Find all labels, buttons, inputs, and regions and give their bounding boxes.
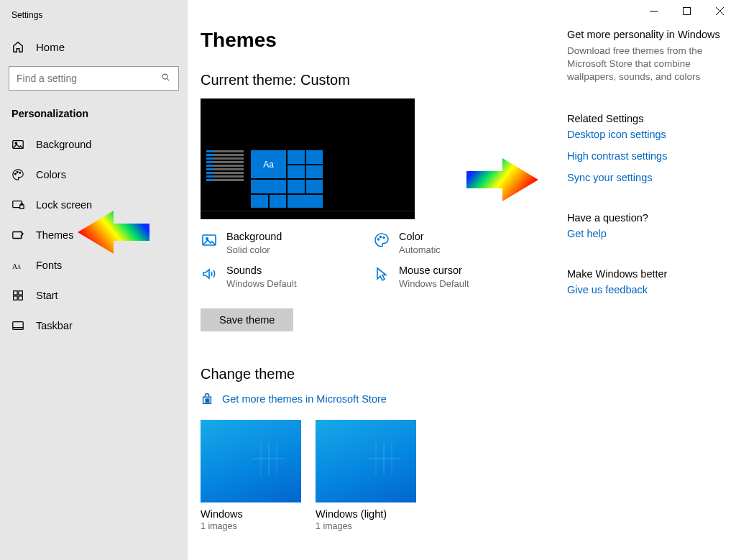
rail-related-head: Related Settings (567, 113, 730, 124)
svg-rect-15 (13, 322, 23, 330)
theme-prop-color[interactable]: Color Automatic (373, 231, 546, 256)
link-sync-your-settings[interactable]: Sync your settings (567, 172, 730, 183)
svg-rect-11 (14, 291, 17, 295)
sidebar-item-lock-screen[interactable]: Lock screen (0, 190, 188, 220)
svg-rect-14 (19, 296, 22, 300)
svg-point-4 (17, 172, 18, 173)
rail-question-head: Have a question? (567, 212, 730, 224)
prop-subtitle: Solid color (226, 244, 282, 256)
svg-point-2 (15, 142, 17, 144)
svg-point-22 (383, 237, 385, 239)
svg-point-20 (378, 239, 380, 240)
home-nav[interactable]: Home (0, 20, 188, 66)
palette-icon (373, 231, 390, 248)
theme-card-title: Windows (light) (316, 508, 416, 520)
page-title: Themes (201, 29, 546, 52)
sidebar-item-start[interactable]: Start (0, 280, 188, 311)
svg-rect-7 (20, 205, 24, 208)
sidebar-item-label: Taskbar (36, 320, 73, 331)
prop-title: Background (226, 231, 282, 243)
lock-screen-icon (12, 198, 24, 211)
prop-subtitle: Windows Default (226, 278, 297, 290)
svg-text:A: A (17, 265, 22, 270)
sidebar-item-fonts[interactable]: AA Fonts (0, 250, 188, 280)
rail-personality-head: Get more personality in Windows (567, 29, 730, 40)
sidebar-item-label: Start (36, 290, 58, 301)
svg-point-0 (162, 74, 167, 79)
search-container[interactable] (9, 66, 179, 91)
theme-card-subtitle: 1 images (201, 521, 301, 531)
theme-card-subtitle: 1 images (316, 521, 416, 531)
current-theme-label: Current theme: Custom (201, 72, 546, 88)
theme-prop-sounds[interactable]: Sounds Windows Default (201, 265, 373, 290)
home-icon (12, 40, 24, 53)
sidebar-item-label: Fonts (36, 260, 62, 271)
preview-sample-text: Aa (251, 150, 286, 178)
change-theme-heading: Change theme (201, 366, 546, 382)
theme-prop-mouse[interactable]: Mouse cursor Windows Default (373, 265, 546, 290)
link-give-feedback[interactable]: Give us feedback (567, 284, 730, 295)
svg-rect-8 (13, 232, 22, 239)
sidebar-item-label: Background (36, 139, 91, 150)
store-icon (201, 393, 213, 405)
svg-rect-24 (208, 399, 209, 400)
sound-icon (201, 265, 218, 282)
close-button[interactable] (703, 0, 736, 22)
start-icon (12, 289, 24, 302)
prop-title: Mouse cursor (399, 265, 469, 277)
theme-prop-background[interactable]: Background Solid color (201, 231, 373, 256)
theme-card-windows-light[interactable]: Windows (light) 1 images (316, 420, 416, 531)
svg-rect-13 (14, 296, 17, 300)
svg-point-5 (19, 172, 21, 173)
theme-card-title: Windows (201, 508, 301, 520)
search-input[interactable] (17, 73, 161, 84)
sidebar-item-label: Colors (36, 169, 66, 180)
picture-icon (201, 231, 218, 248)
theme-thumb (201, 420, 301, 502)
save-theme-button[interactable]: Save theme (201, 308, 293, 331)
fonts-icon: AA (12, 259, 24, 272)
theme-preview[interactable]: Aa (201, 98, 415, 219)
theme-thumb (316, 420, 416, 502)
link-get-help[interactable]: Get help (567, 228, 730, 239)
themes-icon (12, 229, 24, 242)
theme-card-windows[interactable]: Windows 1 images (201, 420, 301, 531)
svg-rect-12 (19, 291, 22, 295)
svg-point-21 (380, 237, 382, 238)
rail-better-head: Make Windows better (567, 268, 730, 280)
cursor-icon (373, 265, 390, 282)
section-header: Personalization (0, 102, 188, 129)
home-label: Home (36, 41, 65, 53)
sidebar-item-label: Themes (36, 229, 73, 241)
prop-title: Sounds (226, 265, 297, 277)
sidebar-item-themes[interactable]: Themes (0, 220, 188, 250)
svg-rect-23 (206, 399, 207, 400)
link-high-contrast-settings[interactable]: High contrast settings (567, 150, 730, 162)
svg-rect-29 (683, 7, 690, 14)
prop-subtitle: Automatic (399, 244, 441, 256)
svg-point-19 (206, 238, 208, 240)
maximize-button[interactable] (670, 0, 703, 22)
link-desktop-icon-settings[interactable]: Desktop icon settings (567, 129, 730, 140)
sidebar-item-label: Lock screen (36, 199, 92, 211)
minimize-button[interactable] (637, 0, 670, 22)
app-title: Settings (0, 0, 188, 20)
sidebar-item-background[interactable]: Background (0, 129, 188, 160)
sidebar-item-taskbar[interactable]: Taskbar (0, 311, 188, 341)
svg-point-3 (15, 173, 17, 175)
store-link[interactable]: Get more themes in Microsoft Store (201, 393, 546, 405)
colors-icon (12, 168, 24, 181)
prop-title: Color (399, 231, 441, 243)
search-icon (161, 73, 171, 85)
background-icon (12, 138, 24, 151)
taskbar-icon (12, 319, 24, 332)
svg-rect-25 (206, 401, 207, 403)
svg-rect-26 (208, 401, 209, 403)
rail-personality-text: Download free themes from the Microsoft … (567, 45, 730, 84)
sidebar-item-colors[interactable]: Colors (0, 160, 188, 190)
store-link-text: Get more themes in Microsoft Store (222, 393, 387, 405)
prop-subtitle: Windows Default (399, 278, 469, 290)
